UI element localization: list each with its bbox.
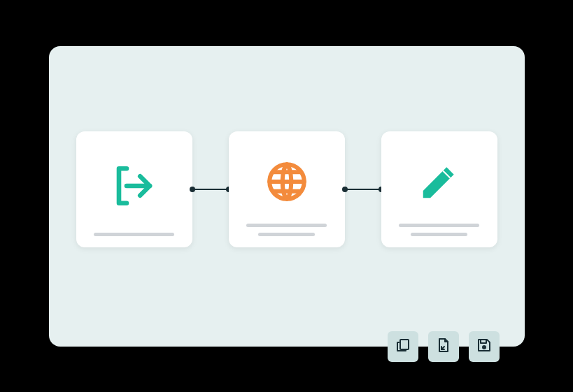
sign-in-icon (111, 145, 157, 227)
toolbar (388, 331, 500, 362)
card-placeholder-lines (392, 224, 486, 236)
copy-icon (395, 337, 411, 356)
save-icon (476, 337, 493, 356)
connector (192, 189, 229, 190)
globe-icon (264, 145, 310, 218)
pencil-icon (418, 145, 461, 218)
diagram-canvas (49, 46, 525, 347)
file-export-icon (435, 337, 452, 356)
flow-card-edit[interactable] (381, 131, 497, 247)
file-export-button[interactable] (428, 331, 459, 362)
copy-button[interactable] (388, 331, 418, 362)
svg-rect-1 (400, 340, 409, 349)
svg-point-3 (483, 346, 486, 349)
connector (345, 189, 381, 190)
flow-row (76, 131, 497, 247)
flow-card-signin[interactable] (76, 131, 192, 247)
card-placeholder-lines (240, 224, 334, 236)
card-placeholder-lines (87, 233, 181, 236)
flow-card-globe[interactable] (229, 131, 345, 247)
svg-rect-2 (481, 340, 486, 343)
save-button[interactable] (469, 331, 500, 362)
